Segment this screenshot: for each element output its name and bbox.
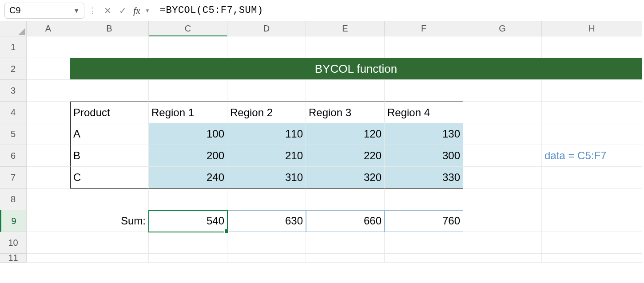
chevron-down-icon[interactable]: ▼: [145, 8, 150, 14]
table-cell[interactable]: 300: [385, 145, 463, 167]
accept-icon[interactable]: ✓: [116, 4, 129, 17]
col-header[interactable]: E: [306, 21, 385, 36]
cell[interactable]: [149, 254, 227, 263]
table-cell[interactable]: 240: [149, 167, 227, 189]
sum-cell[interactable]: 760: [385, 210, 463, 232]
cell[interactable]: [70, 254, 149, 263]
cell[interactable]: [463, 102, 542, 123]
table-header[interactable]: Region 1: [149, 102, 227, 123]
select-all-corner[interactable]: [0, 21, 27, 36]
row-header[interactable]: 6: [0, 145, 27, 167]
cell[interactable]: [385, 232, 463, 254]
fx-icon[interactable]: fx: [131, 5, 142, 16]
row-header[interactable]: 9: [0, 210, 27, 232]
row-header[interactable]: 7: [0, 167, 27, 189]
spreadsheet-grid[interactable]: A B C D E F G H 1 2 BYCOL function 3 4 P…: [0, 21, 644, 263]
table-cell[interactable]: 220: [306, 145, 385, 167]
table-cell[interactable]: 320: [306, 167, 385, 189]
row-header[interactable]: 10: [0, 232, 27, 254]
row-header[interactable]: 5: [0, 123, 27, 145]
col-header[interactable]: D: [227, 21, 306, 36]
table-cell[interactable]: 100: [149, 123, 227, 145]
cell[interactable]: [542, 210, 642, 232]
cell[interactable]: [463, 123, 542, 145]
cell[interactable]: [306, 80, 385, 102]
cell[interactable]: [542, 254, 642, 263]
cell[interactable]: [542, 232, 642, 254]
cell[interactable]: [227, 36, 306, 58]
cell[interactable]: [385, 254, 463, 263]
cell[interactable]: [306, 254, 385, 263]
cell[interactable]: [463, 36, 542, 58]
cell[interactable]: [463, 167, 542, 189]
table-row[interactable]: A: [70, 123, 149, 145]
table-header[interactable]: Region 3: [306, 102, 385, 123]
col-header[interactable]: G: [463, 21, 542, 36]
cell[interactable]: [463, 189, 542, 210]
cell[interactable]: [27, 210, 70, 232]
row-header[interactable]: 8: [0, 189, 27, 210]
table-row[interactable]: B: [70, 145, 149, 167]
table-cell[interactable]: 120: [306, 123, 385, 145]
cell[interactable]: [542, 36, 642, 58]
formula-input[interactable]: [156, 3, 640, 19]
table-header[interactable]: Region 2: [227, 102, 306, 123]
cell[interactable]: [149, 189, 227, 210]
col-header[interactable]: C: [149, 21, 227, 36]
table-row[interactable]: C: [70, 167, 149, 189]
cell[interactable]: [463, 145, 542, 167]
row-header[interactable]: 11: [0, 254, 27, 263]
cell[interactable]: [27, 36, 70, 58]
sum-cell-active[interactable]: 540: [149, 210, 227, 232]
cell[interactable]: [227, 232, 306, 254]
cell[interactable]: [542, 102, 642, 123]
cell[interactable]: [149, 36, 227, 58]
table-header[interactable]: Product: [70, 102, 149, 123]
cell[interactable]: [149, 232, 227, 254]
cell[interactable]: [27, 232, 70, 254]
row-header[interactable]: 1: [0, 36, 27, 58]
sum-cell[interactable]: 630: [227, 210, 306, 232]
cell[interactable]: [149, 80, 227, 102]
cell[interactable]: [385, 36, 463, 58]
cell[interactable]: [542, 189, 642, 210]
name-box[interactable]: C9 ▼: [4, 3, 84, 19]
table-header[interactable]: Region 4: [385, 102, 463, 123]
row-header[interactable]: 2: [0, 58, 27, 80]
sum-cell[interactable]: 660: [306, 210, 385, 232]
col-header[interactable]: A: [27, 21, 70, 36]
row-header[interactable]: 4: [0, 102, 27, 123]
chevron-down-icon[interactable]: ▼: [73, 7, 80, 14]
col-header[interactable]: H: [542, 21, 642, 36]
cell[interactable]: [463, 210, 542, 232]
cell[interactable]: [70, 36, 149, 58]
col-header[interactable]: F: [385, 21, 463, 36]
cell[interactable]: [27, 254, 70, 263]
table-cell[interactable]: 310: [227, 167, 306, 189]
cell[interactable]: [27, 145, 70, 167]
cell[interactable]: [306, 189, 385, 210]
cell[interactable]: [463, 254, 542, 263]
cell[interactable]: [27, 58, 70, 80]
table-cell[interactable]: 110: [227, 123, 306, 145]
cell[interactable]: [70, 232, 149, 254]
cell[interactable]: [70, 189, 149, 210]
cell[interactable]: [542, 80, 642, 102]
table-cell[interactable]: 200: [149, 145, 227, 167]
cell[interactable]: [227, 254, 306, 263]
cell[interactable]: [385, 80, 463, 102]
cell[interactable]: [463, 232, 542, 254]
cell[interactable]: [542, 123, 642, 145]
cell[interactable]: [70, 80, 149, 102]
cancel-icon[interactable]: ✕: [101, 4, 114, 17]
cell[interactable]: [27, 80, 70, 102]
table-cell[interactable]: 330: [385, 167, 463, 189]
cell[interactable]: [306, 36, 385, 58]
cell[interactable]: [27, 102, 70, 123]
cell[interactable]: [227, 80, 306, 102]
cell[interactable]: [27, 123, 70, 145]
title-cell[interactable]: BYCOL function: [70, 58, 642, 80]
cell[interactable]: [306, 232, 385, 254]
cell[interactable]: [385, 189, 463, 210]
sum-label[interactable]: Sum:: [70, 210, 149, 232]
